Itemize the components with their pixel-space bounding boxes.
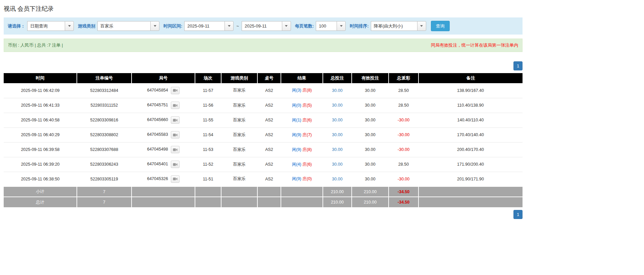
cell-valid-bet: 30.00 [352,83,389,98]
cell-game-type: 百家乐 [221,157,257,172]
cell-bet-id: 522803311152 [77,98,132,113]
page-size-input[interactable] [316,21,337,31]
video-icon [173,118,178,122]
cell-total-bet: 30.00 [323,142,352,157]
cell-round-id: 647045751 [132,98,195,113]
total-bet-link[interactable]: 30.00 [332,103,342,108]
total-row: 总计 7 210.00 210.00 -34.50 [4,197,523,207]
cell-payout: -30.00 [389,127,418,142]
result-banker: 庄(6) [302,118,312,122]
date-from-combo [184,21,234,31]
cell-total-bet: 30.00 [323,83,352,98]
date-to-input[interactable] [242,21,282,31]
video-replay-button[interactable] [171,116,180,124]
total-total-bet: 210.00 [323,197,352,207]
date-from-dropdown-button[interactable] [225,21,234,31]
summary-bar: 币别 : 人民币 | 总共 :7 注单 | 同局有效投注，统一计算在该局第一张注… [4,39,523,52]
cell-payout: 28.50 [389,98,418,113]
round-id-text: 647045583 [147,132,168,137]
cell-payout: -30.00 [389,113,418,127]
round-id-text: 647045401 [147,162,168,166]
cell-result: 闲(1) 庄(6) [281,113,323,127]
result-banker: 庄(5) [302,103,312,108]
page-button-1[interactable]: 1 [513,61,523,70]
total-count: 7 [77,197,132,207]
video-replay-button[interactable] [171,175,180,183]
total-bet-link[interactable]: 30.00 [332,88,342,93]
total-label: 总计 [4,197,77,207]
col-header-bet-id: 注单编号 [77,73,132,83]
query-type-dropdown-button[interactable] [65,21,74,31]
game-type-input[interactable] [97,21,150,31]
cell-round-id: 647045583 [132,127,195,142]
chevron-down-icon [68,25,71,27]
table-row: 2025-09-11 06:40:29 522803308802 6470455… [4,127,523,142]
video-icon [173,148,178,152]
cell-empty [281,186,323,197]
cell-table-no: AS2 [257,142,281,157]
query-type-input[interactable] [27,21,65,31]
cell-total-bet: 30.00 [323,113,352,127]
search-button[interactable]: 查询 [431,21,450,31]
video-icon [173,163,178,166]
date-to-combo [242,21,291,31]
cell-game-type: 百家乐 [221,127,257,142]
result-banker: 庄(7) [302,132,312,137]
total-bet-link[interactable]: 30.00 [332,147,342,152]
cell-game-type: 百家乐 [221,83,257,98]
cell-round-id: 647045854 [132,83,195,98]
video-replay-button[interactable] [171,131,180,139]
cell-empty [418,186,523,197]
table-row: 2025-09-11 06:40:58 522803309816 6470456… [4,113,523,127]
total-bet-link[interactable]: 30.00 [332,177,342,181]
sort-input[interactable] [371,21,417,31]
subtotal-total-bet: 210.00 [323,186,352,197]
cell-empty [257,186,281,197]
round-id-text: 647045751 [147,103,168,107]
result-banker: 庄(6) [302,162,312,167]
total-bet-link[interactable]: 30.00 [332,132,342,137]
result-player: 闲(9) [292,132,301,137]
cell-valid-bet: 30.00 [352,98,389,113]
cell-time: 2025-09-11 06:40:58 [4,113,77,127]
page-container: 视讯 会员下注纪录 请选择： 游戏类别 时间区间: ~ 每页笔数: 时间排序: [4,5,523,219]
pagination-top: 1 [4,61,523,70]
cell-time: 2025-09-11 06:39:58 [4,142,77,157]
total-bet-link[interactable]: 30.00 [332,162,342,167]
time-range-label: 时间区间: [163,23,182,29]
result-player: 闲(3) [292,88,301,93]
cell-session: 11-53 [195,142,221,157]
page-size-dropdown-button[interactable] [337,21,346,31]
cell-valid-bet: 30.00 [352,142,389,157]
cell-payout: 28.50 [389,83,418,98]
chevron-down-icon [420,25,423,27]
game-type-dropdown-button[interactable] [150,21,159,31]
date-range-separator: ~ [236,23,239,29]
cell-empty [281,197,323,207]
table-header: 时间 注单编号 局号 场次 游戏类别 桌号 结果 总投注 有效投注 总派彩 备注 [4,73,523,83]
cell-table-no: AS2 [257,127,281,142]
date-from-input[interactable] [184,21,225,31]
total-bet-link[interactable]: 30.00 [332,118,342,122]
chevron-down-icon [340,25,343,27]
bet-records-table: 时间 注单编号 局号 场次 游戏类别 桌号 结果 总投注 有效投注 总派彩 备注… [4,73,523,207]
cell-note: 140.40/110.40 [418,113,523,127]
total-payout: -34.50 [389,197,418,207]
result-player: 闲(0) [292,103,301,108]
cell-session: 11-51 [195,172,221,186]
cell-table-no: AS2 [257,113,281,127]
result-banker: 庄(8) [302,147,312,152]
video-replay-button[interactable] [171,161,180,168]
cell-session: 11-54 [195,127,221,142]
cell-bet-id: 522803306243 [77,157,132,172]
video-replay-button[interactable] [171,102,180,109]
video-replay-button[interactable] [171,146,180,153]
subtotal-valid-bet: 210.00 [352,186,389,197]
video-replay-button[interactable] [171,87,180,94]
sort-dropdown-button[interactable] [417,21,426,31]
page-button-1[interactable]: 1 [513,210,523,219]
date-to-dropdown-button[interactable] [282,21,291,31]
cell-empty [195,186,221,197]
sort-label: 时间排序: [350,23,368,29]
round-id-text: 647045326 [147,176,168,181]
